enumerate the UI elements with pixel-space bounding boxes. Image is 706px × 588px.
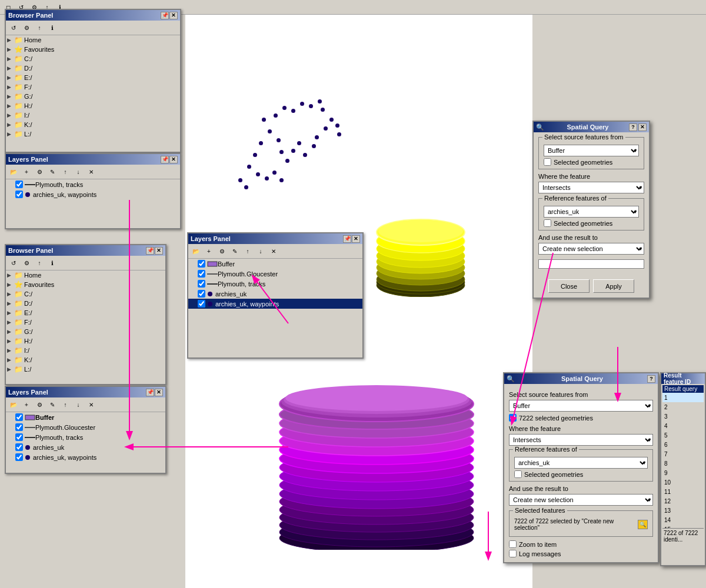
- lp2-archies[interactable]: archies_uk: [188, 289, 362, 299]
- lp3-buffer-checkbox[interactable]: [15, 413, 23, 421]
- tree2-item-home[interactable]: ▶ 📁 Home: [6, 270, 165, 280]
- result-row-9[interactable]: 9: [662, 468, 704, 477]
- result-row-1[interactable]: 1: [662, 393, 704, 402]
- lp3-filter-btn[interactable]: ⚙: [34, 399, 45, 410]
- bp1-up-btn[interactable]: ↑: [34, 22, 45, 34]
- tree-item-g[interactable]: ▶ 📁 G:/: [6, 92, 180, 101]
- result-row-12[interactable]: 12: [662, 496, 704, 506]
- sq2-zoom-btn[interactable]: 🔍: [638, 520, 648, 529]
- lp2-open-btn[interactable]: 📂: [190, 245, 202, 257]
- lp1-filter-btn[interactable]: ⚙: [34, 166, 45, 178]
- tree2-item-e[interactable]: ▶ 📁 E:/: [6, 308, 165, 318]
- result-row-4[interactable]: 4: [662, 421, 704, 430]
- tree-item-favourites[interactable]: ▶ ⭐ Favourites: [6, 45, 180, 54]
- lp2-filter-btn[interactable]: ⚙: [216, 245, 228, 257]
- tree-item-d[interactable]: ▶ 📁 D:/: [6, 64, 180, 73]
- sq1-help-btn[interactable]: ?: [629, 123, 637, 131]
- layers-panel-2-close[interactable]: ✕: [352, 235, 360, 243]
- lp2-waypoints[interactable]: archies_uk, waypoints: [188, 299, 362, 309]
- sq2-where-select[interactable]: Intersects: [509, 434, 653, 446]
- sq2-ref-select[interactable]: archies_uk: [514, 457, 648, 469]
- result-row-6[interactable]: 6: [662, 440, 704, 449]
- tree-item-e[interactable]: ▶ 📁 E:/: [6, 73, 180, 82]
- sq2-source-select[interactable]: Buffer: [509, 400, 653, 412]
- tree2-item-i[interactable]: ▶ 📁 I:/: [6, 346, 165, 355]
- lp2-add-btn[interactable]: +: [203, 245, 215, 257]
- lp3-buffer[interactable]: Buffer: [6, 412, 165, 422]
- layers-panel-3-pin[interactable]: 📌: [146, 389, 154, 396]
- layer-item-waypoints[interactable]: archies_uk, waypoints: [6, 189, 180, 199]
- sq2-zoom-check[interactable]: [509, 540, 517, 548]
- layer-item-tracks[interactable]: Plymouth, tracks: [6, 179, 180, 189]
- sq1-result-select[interactable]: Create new selection: [538, 243, 644, 255]
- lp2-gloucester-checkbox[interactable]: [198, 270, 205, 278]
- sq1-selected-geom-check[interactable]: [544, 158, 551, 166]
- browser-panel-1-pin[interactable]: 📌: [161, 12, 169, 19]
- sq2-result-select[interactable]: Create new selection: [509, 494, 653, 506]
- bp2-up-btn[interactable]: ↑: [34, 257, 45, 269]
- sq1-where-select-wrapper[interactable]: Intersects: [538, 182, 644, 193]
- lp2-buffer[interactable]: Buffer: [188, 259, 362, 269]
- result-row-14[interactable]: 14: [662, 515, 704, 524]
- sq1-result-select-wrapper[interactable]: Create new selection: [538, 243, 644, 255]
- lp3-gloucester-checkbox[interactable]: [15, 423, 23, 431]
- browser-panel-1-close[interactable]: ✕: [169, 12, 178, 19]
- tree2-item-l[interactable]: ▶ 📁 L:/: [6, 365, 165, 374]
- lp3-archies[interactable]: archies_uk: [6, 442, 165, 452]
- sq1-ref-selected-check[interactable]: [544, 219, 551, 227]
- bp2-refresh-btn[interactable]: ↺: [8, 257, 19, 269]
- result-row-5[interactable]: 5: [662, 430, 704, 440]
- sq1-apply-button[interactable]: Apply: [593, 279, 634, 293]
- layer-waypoints-checkbox[interactable]: [15, 191, 23, 198]
- tree2-item-h[interactable]: ▶ 📁 H:/: [6, 336, 165, 346]
- sq1-source-select-wrapper[interactable]: Buffer: [544, 145, 639, 156]
- sq1-close-btn[interactable]: ✕: [638, 123, 647, 131]
- tree2-item-g[interactable]: ▶ 📁 G:/: [6, 327, 165, 336]
- result-row-13[interactable]: 13: [662, 506, 704, 515]
- lp3-waypoints[interactable]: archies_uk, waypoints: [6, 452, 165, 462]
- lp3-edit-btn[interactable]: ✎: [46, 399, 58, 410]
- sq1-close-button[interactable]: Close: [548, 279, 590, 293]
- layers-panel-1-pin[interactable]: 📌: [161, 156, 169, 163]
- tree2-item-f[interactable]: ▶ 📁 F:/: [6, 318, 165, 327]
- result-row-7[interactable]: 7: [662, 449, 704, 459]
- tree2-item-d[interactable]: ▶ 📁 D:/: [6, 299, 165, 308]
- sq1-ref-select-wrapper[interactable]: archies_uk: [544, 206, 639, 218]
- tree-item-home[interactable]: ▶ 📁 Home: [6, 35, 180, 45]
- browser-panel-2-pin[interactable]: 📌: [146, 247, 154, 255]
- lp1-remove-btn[interactable]: ✕: [85, 166, 97, 178]
- lp2-tracks-checkbox[interactable]: [198, 280, 205, 288]
- lp3-down-btn[interactable]: ↓: [72, 399, 84, 410]
- lp2-buffer-checkbox[interactable]: [198, 260, 205, 268]
- tree2-item-c[interactable]: ▶ 📁 C:/: [6, 289, 165, 299]
- bp2-info-btn[interactable]: ℹ: [46, 257, 58, 269]
- result-row-10[interactable]: 10: [662, 477, 704, 487]
- lp2-tracks[interactable]: Plymouth, tracks: [188, 279, 362, 289]
- lp1-up-btn[interactable]: ↑: [59, 166, 71, 178]
- tree2-item-k[interactable]: ▶ 📁 K:/: [6, 355, 165, 365]
- lp3-waypoints-checkbox[interactable]: [15, 453, 23, 461]
- lp3-remove-btn[interactable]: ✕: [85, 399, 97, 410]
- lp2-down-btn[interactable]: ↓: [255, 245, 267, 257]
- result-row-8[interactable]: 8: [662, 459, 704, 468]
- lp1-edit-btn[interactable]: ✎: [46, 166, 58, 178]
- lp3-open-btn[interactable]: 📂: [8, 399, 19, 410]
- lp3-tracks[interactable]: Plymouth, tracks: [6, 432, 165, 442]
- tree-item-h[interactable]: ▶ 📁 H:/: [6, 101, 180, 111]
- tree-item-c[interactable]: ▶ 📁 C:/: [6, 54, 180, 64]
- layers-panel-1-close[interactable]: ✕: [169, 156, 178, 163]
- layer-tracks-checkbox[interactable]: [15, 181, 23, 188]
- sq2-result-select-wrapper[interactable]: Create new selection: [509, 494, 653, 506]
- sq1-source-select[interactable]: Buffer: [544, 145, 639, 156]
- lp1-down-btn[interactable]: ↓: [72, 166, 84, 178]
- sq2-selected-geom-check[interactable]: [509, 414, 517, 422]
- lp3-up-btn[interactable]: ↑: [59, 399, 71, 410]
- result-row-11[interactable]: 11: [662, 487, 704, 496]
- lp2-waypoints-checkbox[interactable]: [198, 300, 205, 308]
- lp3-add-btn[interactable]: +: [21, 399, 32, 410]
- lp2-edit-btn[interactable]: ✎: [229, 245, 241, 257]
- result-row-3[interactable]: 3: [662, 412, 704, 421]
- lp3-archies-checkbox[interactable]: [15, 443, 23, 451]
- tree-item-f[interactable]: ▶ 📁 F:/: [6, 82, 180, 92]
- bp2-filter-btn[interactable]: ⚙: [21, 257, 32, 269]
